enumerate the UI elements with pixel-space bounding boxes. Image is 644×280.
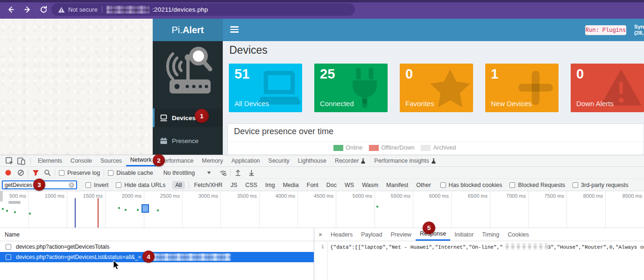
pialert-header	[223, 19, 644, 41]
details-tab-preview[interactable]: Preview	[386, 229, 415, 241]
details-tab-cookies[interactable]: Cookies	[503, 229, 533, 241]
load-event-line	[98, 198, 99, 228]
devtools-tab-elements[interactable]: Elements	[34, 155, 66, 166]
blocked-requests-checkbox[interactable]	[510, 182, 515, 188]
browser-back-icon[interactable]	[7, 5, 15, 14]
sidebar-item-label: Presence	[172, 137, 198, 144]
toolbar-separator	[189, 181, 189, 189]
redacted-query-param	[153, 253, 231, 261]
details-tab-headers[interactable]: Headers	[326, 229, 357, 241]
devtools-tab-memory[interactable]: Memory	[198, 155, 227, 166]
filter-type-font[interactable]: Font	[307, 182, 318, 188]
filter-type-css[interactable]: CSS	[245, 182, 257, 188]
filter-type-img[interactable]: Img	[265, 182, 275, 188]
waterfall-dot	[6, 210, 8, 212]
waterfall-dot	[118, 207, 120, 209]
card-down-alerts[interactable]: 0 Down Alerts	[571, 64, 644, 112]
filter-type-manifest[interactable]: Manifest	[386, 182, 408, 188]
network-conditions-icon[interactable]	[219, 169, 226, 176]
request-row-devices-list[interactable]: devices.php?action=getDevicesList&status…	[0, 252, 314, 262]
preserve-log-checkbox[interactable]	[59, 170, 64, 176]
hamburger-menu-icon[interactable]	[230, 26, 239, 33]
devtools-tab-security[interactable]: Security	[264, 155, 294, 166]
filter-type-fetch[interactable]: Fetch/XHR	[194, 182, 222, 188]
close-details-icon[interactable]: ×	[314, 229, 326, 241]
request-row-totals[interactable]: devices.php?action=getDevicesTotals	[0, 242, 314, 252]
network-toolbar: Preserve log Disable cache No throttling	[0, 167, 644, 179]
filter-type-media[interactable]: Media	[283, 182, 299, 188]
devtools-tab-console[interactable]: Console	[66, 155, 96, 166]
card-favorites[interactable]: 0 Favorites	[400, 64, 473, 112]
devtools-tab-sources[interactable]: Sources	[96, 155, 126, 166]
card-new-devices[interactable]: 1 New Devices	[485, 64, 559, 112]
selected-request-marker	[142, 204, 149, 213]
waterfall-dot	[376, 206, 378, 208]
devtools-tab-application[interactable]: Application	[227, 155, 264, 166]
filter-type-wasm[interactable]: Wasm	[362, 182, 378, 188]
device-toolbar-icon[interactable]	[17, 157, 25, 165]
waterfall-dot	[2, 208, 4, 210]
network-overview-timeline[interactable]: 500 ms 1000 ms 1500 ms 2000 ms 2500 ms 3…	[0, 191, 644, 228]
devtools-tabbar: Elements Console Sources Network Perform…	[0, 155, 644, 167]
devtools-tab-performance-insights[interactable]: Performance insights	[370, 155, 440, 166]
filter-icon[interactable]	[32, 169, 39, 176]
filter-type-ws[interactable]: WS	[345, 182, 354, 188]
legend-swatch-offline	[369, 145, 379, 151]
browser-forward-icon[interactable]	[23, 5, 32, 14]
waterfall-dot	[157, 209, 159, 211]
devtools-tab-lighthouse[interactable]: Lighthouse	[294, 155, 331, 166]
third-party-checkbox[interactable]	[573, 182, 578, 188]
timeline-tick: 3500 ms	[221, 191, 260, 228]
sidebar-item-presence[interactable]: Presence	[153, 133, 223, 149]
brand-pi: Pi.	[172, 25, 183, 36]
pialert-logo[interactable]: Pi.Alert	[153, 19, 223, 41]
waterfall-bar	[8, 201, 21, 204]
record-icon[interactable]	[5, 169, 12, 176]
not-secure-label: Not secure	[68, 6, 98, 13]
devtools-tab-network[interactable]: Network	[126, 155, 156, 166]
details-tab-initiator[interactable]: Initiator	[450, 229, 478, 241]
card-connected[interactable]: 25 Connected	[314, 64, 388, 112]
toolbar-separator	[230, 169, 231, 177]
throttling-select[interactable]: No throttling	[163, 170, 195, 176]
has-blocked-cookies-checkbox[interactable]	[440, 182, 446, 188]
search-icon[interactable]	[44, 169, 51, 176]
import-har-icon[interactable]	[234, 169, 241, 176]
details-tab-timing[interactable]: Timing	[478, 229, 503, 241]
request-checkbox[interactable]	[6, 254, 11, 260]
screenshot-root: Not secure :20211/devices.php Pi.Alert R…	[0, 0, 644, 280]
browser-reload-icon[interactable]	[39, 5, 48, 14]
toolbar-separator	[104, 169, 104, 177]
sidebar-item-label: Devices	[172, 115, 196, 122]
request-checkbox[interactable]	[6, 244, 11, 250]
presence-panel-title: Device presence over time	[234, 127, 333, 136]
brand-alert: Alert	[183, 25, 204, 36]
request-list-header[interactable]: Name	[0, 229, 314, 241]
filter-type-doc[interactable]: Doc	[326, 182, 337, 188]
timeline-tick: 4500 ms	[298, 191, 336, 228]
card-all-devices[interactable]: 51 All Devices	[229, 64, 302, 112]
timeline-tick: 2500 ms	[144, 191, 183, 228]
filter-type-js[interactable]: JS	[231, 182, 238, 188]
chart-legend: Online Offline/Down Archived	[333, 144, 462, 151]
devtools-tab-recorder[interactable]: Recorder	[331, 155, 370, 166]
address-bar[interactable]: Not secure :20211/devices.php	[51, 3, 355, 16]
chevron-down-icon[interactable]	[207, 171, 211, 174]
filter-type-other[interactable]: Other	[416, 182, 431, 188]
hide-data-urls-checkbox[interactable]	[116, 182, 121, 188]
disable-cache-checkbox[interactable]	[108, 170, 113, 176]
clear-filter-icon[interactable]: ×	[69, 182, 74, 188]
invert-checkbox[interactable]	[85, 182, 91, 188]
timeline-tick: 500 ms	[0, 191, 29, 228]
annotation-step-1: 1	[195, 109, 209, 123]
run-plugins-button[interactable]: Run: Plugins	[585, 25, 626, 35]
clear-icon[interactable]	[17, 169, 24, 176]
timeline-tick: 3000 ms	[183, 191, 221, 228]
filter-type-all[interactable]: All	[172, 181, 185, 189]
sidebar-item-devices[interactable]: Devices	[153, 108, 223, 127]
timeline-tick: 1000 ms	[29, 191, 67, 228]
timeline-tick: 7000 ms	[490, 191, 529, 228]
details-tab-payload[interactable]: Payload	[357, 229, 386, 241]
export-har-icon[interactable]	[248, 169, 255, 176]
inspect-element-icon[interactable]	[6, 157, 14, 165]
